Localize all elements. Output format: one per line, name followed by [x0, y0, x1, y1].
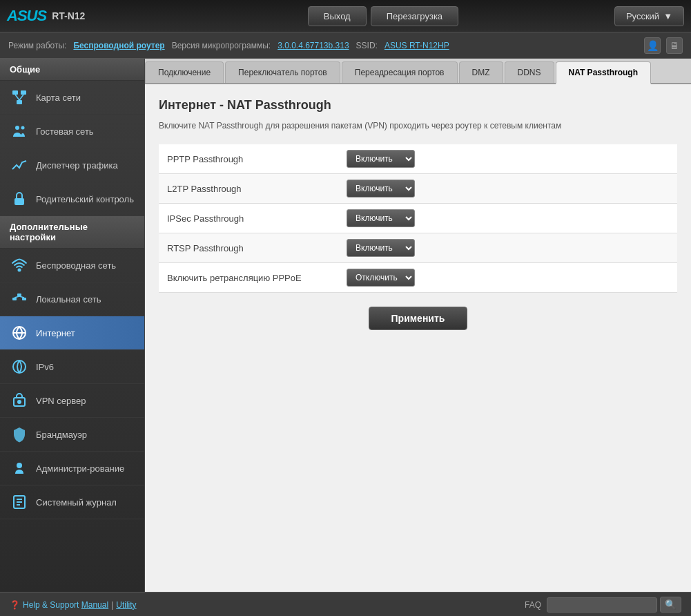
svg-rect-7 [14, 198, 24, 205]
page-title: Интернет - NAT Passthrough [159, 98, 677, 113]
sidebar-section-general: Общие [0, 59, 144, 81]
asus-logo: ASUS [7, 7, 46, 25]
tab-ddns[interactable]: DDNS [505, 61, 554, 83]
sidebar-item-ipv6[interactable]: IPv6 [0, 350, 144, 384]
sidebar-item-wan[interactable]: Интернет [0, 316, 144, 350]
select-rtsp[interactable]: ВключитьОтключить [347, 239, 415, 257]
footer-divider: | [111, 600, 113, 610]
sidebar-item-vpn[interactable]: VPN сервер [0, 384, 144, 418]
sidebar-label-firewall: Брандмауэр [36, 430, 87, 440]
sidebar-label-syslog: Системный журнал [36, 497, 117, 508]
svg-point-16 [13, 360, 26, 373]
parental-icon [10, 189, 29, 209]
tab-connection[interactable]: Подключение [145, 61, 224, 83]
wireless-icon [10, 256, 29, 275]
select-pppoe[interactable]: ВключитьОтключить [347, 269, 415, 287]
apply-button[interactable]: Применить [369, 307, 468, 330]
utility-link[interactable]: Utility [116, 600, 136, 610]
language-label: Русский [626, 11, 659, 21]
sidebar-item-lan[interactable]: Локальная сеть [0, 282, 144, 316]
setting-label-rtsp: RTSP Passthrough [159, 233, 338, 263]
sidebar-label-admin: Администри-рование [36, 463, 124, 474]
admin-icon [10, 459, 29, 478]
logo-area: ASUS RT-N12 [7, 7, 152, 25]
page-content: Интернет - NAT Passthrough Включите NAT … [145, 84, 691, 592]
sidebar-label-lan: Локальная сеть [36, 294, 101, 305]
manual-link[interactable]: Manual [81, 600, 108, 610]
chevron-down-icon: ▼ [663, 11, 672, 21]
sidebar-item-syslog[interactable]: Системный журнал [0, 485, 144, 519]
tab-dmz[interactable]: DMZ [459, 61, 503, 83]
svg-point-19 [17, 463, 22, 468]
sidebar-label-ipv6: IPv6 [36, 362, 54, 372]
svg-point-18 [18, 401, 21, 403]
guest-network-icon [10, 122, 29, 141]
sidebar-label-wan: Интернет [36, 328, 75, 338]
table-row: Включить ретрансляцию PPPoEВключитьОтклю… [159, 263, 677, 293]
svg-rect-11 [22, 298, 26, 300]
sidebar-item-network-map[interactable]: Карта сети [0, 81, 144, 115]
sidebar-label-parental-controls: Родительский контроль [36, 194, 134, 204]
firmware-link[interactable]: 3.0.0.4.67713b.313 [278, 41, 349, 50]
tab-port-switch[interactable]: Переключатель портов [225, 61, 340, 83]
sub-header: Режим работы: Беспроводной роутер Версия… [0, 33, 691, 59]
setting-value-pptp: ВключитьОтключить [338, 144, 677, 174]
faq-search-button[interactable]: 🔍 [660, 597, 681, 613]
ipv6-icon [10, 357, 29, 376]
select-ipsec[interactable]: ВключитьОтключить [347, 209, 415, 227]
tab-port-forward[interactable]: Переадресация портов [342, 61, 458, 83]
language-button[interactable]: Русский ▼ [614, 6, 684, 26]
ssid-label: SSID: [356, 41, 378, 50]
header-buttons: Выход Перезагрузка [152, 6, 614, 26]
table-row: PPTP PassthroughВключитьОтключить [159, 144, 677, 174]
logout-button[interactable]: Выход [308, 6, 367, 26]
svg-rect-9 [12, 298, 17, 300]
sidebar-item-wireless[interactable]: Беспроводная сеть [0, 249, 144, 282]
mode-link[interactable]: Беспроводной роутер [73, 41, 164, 50]
svg-point-5 [15, 126, 19, 130]
monitor-icon[interactable]: 🖥 [666, 37, 683, 54]
svg-point-6 [21, 126, 25, 130]
setting-value-l2tp: ВключитьОтключить [338, 174, 677, 204]
setting-value-pppoe: ВключитьОтключить [338, 263, 677, 293]
help-icon: ❓ [10, 600, 20, 610]
select-pptp[interactable]: ВключитьОтключить [347, 150, 415, 168]
sidebar-item-parental-controls[interactable]: Родительский контроль [0, 182, 144, 216]
sidebar-item-admin[interactable]: Администри-рование [0, 452, 144, 485]
user-icon[interactable]: 👤 [644, 37, 661, 54]
sidebar-item-firewall[interactable]: Брандмауэр [0, 418, 144, 452]
sidebar-label-guest-network: Гостевая сеть [36, 126, 94, 137]
content-area: Подключение Переключатель портов Переадр… [145, 59, 691, 592]
firewall-icon [10, 425, 29, 444]
syslog-icon [10, 492, 29, 512]
setting-label-ipsec: IPSec Passthrough [159, 204, 338, 233]
setting-label-l2tp: L2TP Passthrough [159, 174, 338, 204]
reboot-button[interactable]: Перезагрузка [371, 6, 458, 26]
select-l2tp[interactable]: ВключитьОтключить [347, 180, 415, 198]
model-name: RT-N12 [52, 10, 85, 21]
svg-line-3 [15, 95, 19, 100]
wan-icon [10, 323, 29, 343]
sidebar-label-traffic-manager: Диспетчер трафика [36, 160, 118, 171]
ssid-link[interactable]: ASUS RT-N12HP [385, 41, 449, 50]
sidebar-item-traffic-manager[interactable]: Диспетчер трафика [0, 148, 144, 182]
sidebar-label-wireless: Беспроводная сеть [36, 260, 116, 271]
help-support-link[interactable]: Help & Support [23, 600, 79, 610]
apply-row: Применить [159, 293, 677, 344]
vpn-icon [10, 391, 29, 410]
setting-value-rtsp: ВключитьОтключить [338, 233, 677, 263]
setting-label-pppoe: Включить ретрансляцию PPPoE [159, 263, 338, 293]
mode-label: Режим работы: [8, 41, 66, 50]
faq-search-input[interactable] [547, 597, 657, 613]
page-description: Включите NAT Passthrough для разрешения … [159, 121, 677, 131]
faq-label: FAQ [525, 600, 541, 610]
table-row: L2TP PassthroughВключитьОтключить [159, 174, 677, 204]
table-row: RTSP PassthroughВключитьОтключить [159, 233, 677, 263]
tab-nat-passthrough[interactable]: NAT Passthrough [556, 61, 651, 84]
sidebar-section-advanced: Дополнительные настройки [0, 216, 144, 249]
svg-rect-2 [17, 100, 22, 104]
svg-point-8 [19, 269, 21, 271]
firmware-label: Версия микропрограммы: [172, 41, 271, 50]
sidebar-item-guest-network[interactable]: Гостевая сеть [0, 115, 144, 148]
lan-icon [10, 289, 29, 309]
